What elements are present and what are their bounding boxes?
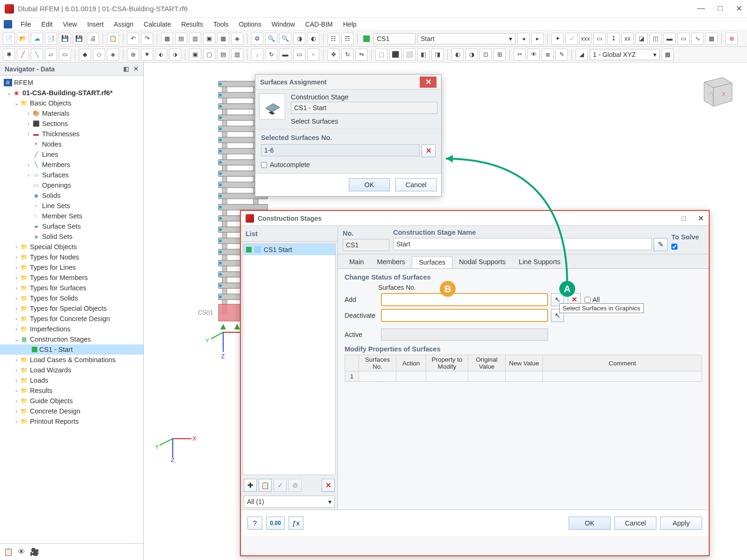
script-button-icon[interactable]: ƒx: [289, 517, 303, 530]
combo-workplane[interactable]: 1 - Global XYZ▾: [590, 49, 660, 60]
tree-lines[interactable]: Lines: [42, 151, 58, 158]
menu-file[interactable]: File: [16, 20, 36, 29]
tb-saveas-icon[interactable]: 💾: [73, 33, 85, 45]
minimize-icon[interactable]: —: [697, 4, 705, 14]
tree-members[interactable]: Members: [42, 161, 70, 168]
tb2-i4-icon[interactable]: ▥: [231, 49, 243, 61]
all-check-input[interactable]: [585, 297, 591, 303]
nav-prev-icon[interactable]: ◂: [517, 33, 529, 45]
tb2-view4-icon[interactable]: ◧: [417, 49, 430, 61]
tb2-lineload-icon[interactable]: ▬: [279, 49, 291, 61]
tb2-force-icon[interactable]: ↓: [251, 49, 263, 61]
tree-guide[interactable]: Guide Objects: [30, 397, 73, 405]
tb-analyse-icon[interactable]: ◑: [293, 33, 305, 45]
tree-solids[interactable]: Solids: [42, 192, 61, 199]
all-checkbox[interactable]: All: [585, 296, 613, 303]
menu-window[interactable]: Window: [267, 20, 300, 29]
list-new-icon[interactable]: ✚: [244, 479, 257, 492]
tree-linesets[interactable]: Line Sets: [42, 202, 70, 210]
tree-solidsets[interactable]: Solid Sets: [42, 233, 72, 240]
tb2-view1-icon[interactable]: ⬚: [375, 49, 388, 61]
tree-project[interactable]: 01-CSA-Building-START.rf6*: [22, 89, 113, 97]
tab-line-supports[interactable]: Line Supports: [512, 256, 567, 268]
add-input[interactable]: [381, 293, 548, 306]
view-cube-icon[interactable]: -Y X: [695, 68, 738, 111]
tree-surfacesets[interactable]: Surface Sets: [42, 223, 81, 230]
cs-list[interactable]: CS1 Start: [243, 244, 336, 475]
tree-typessurfaces[interactable]: Types for Surfaces: [30, 284, 86, 292]
tb2-surface-icon[interactable]: ▱: [45, 49, 57, 61]
tb-print-icon[interactable]: 🖨: [87, 33, 99, 45]
tb2-move-icon[interactable]: ✥: [327, 49, 339, 61]
tb2-clip-icon[interactable]: ✂: [514, 49, 526, 61]
nav-tab-video-icon[interactable]: 🎥: [30, 547, 39, 556]
tb2-i2-icon[interactable]: ▢: [203, 49, 215, 61]
tb-more3-icon[interactable]: ▬: [663, 33, 676, 45]
solve-checkbox[interactable]: [671, 244, 677, 250]
tb-qsearch-icon[interactable]: 🔍: [265, 33, 277, 45]
tb2-view3-icon[interactable]: ⬜: [403, 49, 416, 61]
tree-openings[interactable]: Openings: [42, 182, 71, 189]
tb-list-icon[interactable]: ▥: [189, 33, 201, 45]
nav-tab-data-icon[interactable]: 📋: [4, 547, 13, 556]
tab-surfaces[interactable]: Surfaces: [412, 256, 452, 268]
tb2-newnode-icon[interactable]: ✱: [3, 49, 15, 61]
list-copy-icon[interactable]: 📋: [259, 479, 272, 492]
cs-cancel-button[interactable]: Cancel: [614, 517, 656, 530]
menu-options[interactable]: Options: [234, 20, 266, 29]
tb-surfdim-icon[interactable]: ▭: [593, 33, 606, 45]
tree-materials[interactable]: Materials: [42, 110, 70, 117]
tree-cs[interactable]: Construction Stages: [30, 336, 91, 343]
tb2-group-icon[interactable]: ◈: [107, 49, 119, 61]
tb-more6-icon[interactable]: ▦: [705, 33, 718, 45]
maximize-icon[interactable]: □: [718, 4, 723, 14]
tb-dimx-icon[interactable]: xx: [621, 33, 634, 45]
edit-name-icon[interactable]: ✎: [654, 238, 668, 251]
cancel-button[interactable]: Cancel: [395, 178, 437, 191]
tree-typeslines[interactable]: Types for Lines: [30, 264, 76, 271]
tb-filter-icon[interactable]: ⚙: [251, 33, 263, 45]
list-filter-combo[interactable]: All (1)▾: [244, 496, 335, 508]
menu-tools[interactable]: Tools: [209, 20, 233, 29]
tb2-mirror-icon[interactable]: ⇋: [355, 49, 367, 61]
menu-insert[interactable]: Insert: [83, 20, 108, 29]
tb-more5-icon[interactable]: ∿: [691, 33, 704, 45]
tree-root[interactable]: RFEM: [14, 79, 33, 86]
tb2-i3-icon[interactable]: ▤: [217, 49, 229, 61]
menu-view[interactable]: View: [58, 20, 82, 29]
tb-redo-icon[interactable]: ↷: [141, 33, 153, 45]
dlg-close-icon[interactable]: ✕: [420, 77, 437, 88]
tb2-solid-icon[interactable]: ◆: [79, 49, 91, 61]
tb2-vis-icon[interactable]: 👁: [528, 49, 540, 61]
tb2-i1-icon[interactable]: ▣: [189, 49, 201, 61]
tree-typessolids[interactable]: Types for Solids: [30, 294, 78, 302]
nav-tab-view-icon[interactable]: 👁: [18, 548, 25, 556]
tb-more4-icon[interactable]: ▭: [677, 33, 690, 45]
th-action[interactable]: Action: [396, 355, 426, 371]
menu-assign[interactable]: Assign: [109, 20, 138, 29]
tb-new-icon[interactable]: 📄: [3, 33, 15, 45]
autocomplete-check-input[interactable]: [261, 162, 267, 168]
tree-printout[interactable]: Printout Reports: [30, 418, 79, 425]
tb2-ecc-icon[interactable]: ⬗: [169, 49, 181, 61]
tree-loadwiz[interactable]: Load Wizards: [30, 366, 71, 374]
tb2-release-icon[interactable]: ⬖: [155, 49, 167, 61]
nav-next-icon[interactable]: ▸: [531, 33, 543, 45]
th-property[interactable]: Property to Modify: [426, 355, 468, 371]
tree-nodes[interactable]: Nodes: [42, 140, 62, 148]
tb-grid-icon[interactable]: ▤: [175, 33, 187, 45]
list-include-icon[interactable]: ✓: [274, 479, 287, 492]
tb2-solidload-icon[interactable]: ▫: [307, 49, 319, 61]
tb-recent-icon[interactable]: 📑: [45, 33, 57, 45]
tb2-member-icon[interactable]: ╲: [31, 49, 43, 61]
tab-nodal-supports[interactable]: Nodal Supports: [452, 256, 512, 268]
name-input[interactable]: Start: [393, 238, 652, 250]
tb2-disp-icon[interactable]: ◐: [451, 49, 464, 61]
tree-loadcases[interactable]: Load Cases & Combinations: [30, 356, 116, 364]
tb2-render-icon[interactable]: ◑: [465, 49, 478, 61]
tb2-opening-icon[interactable]: ▭: [59, 49, 71, 61]
tb2-moment-icon[interactable]: ↻: [265, 49, 277, 61]
tree-concretedesign[interactable]: Concrete Design: [30, 407, 80, 415]
panel-close-icon[interactable]: ✕: [134, 65, 139, 72]
tb2-support-icon[interactable]: ▼: [141, 49, 153, 61]
